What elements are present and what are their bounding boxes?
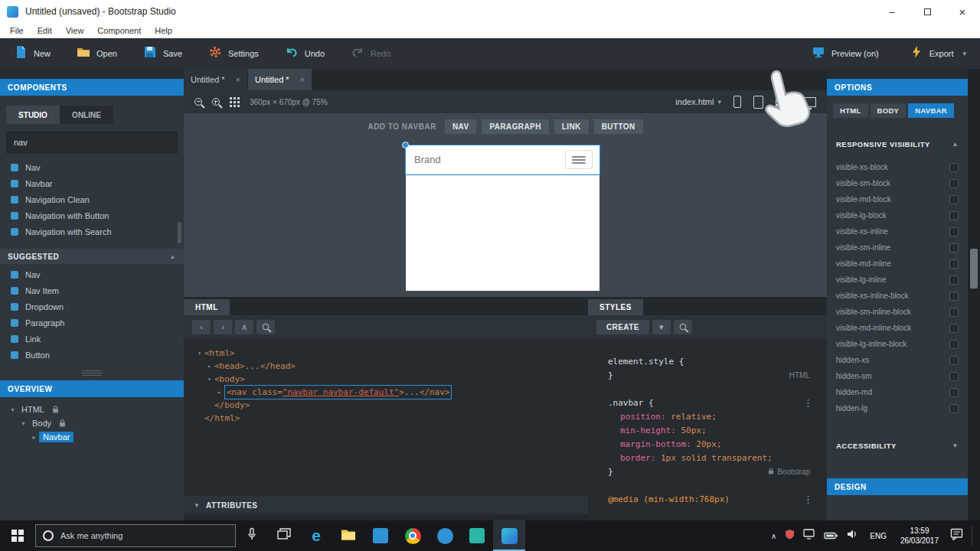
tray-expand-icon[interactable]: ∧	[771, 532, 776, 540]
hamburger-toggle-button[interactable]	[565, 150, 593, 169]
taskbar-search-input[interactable]	[60, 531, 198, 540]
laptop-viewport-icon[interactable]	[776, 98, 789, 106]
mic-button[interactable]	[236, 520, 268, 551]
menu-item[interactable]: Component	[90, 23, 148, 38]
tree-arrow-icon[interactable]: ▾	[204, 373, 214, 386]
suggested-list-item[interactable]: Nav Item	[0, 282, 184, 298]
visibility-checkbox[interactable]	[949, 404, 959, 413]
new-button[interactable]: New	[14, 45, 51, 62]
tree-arrow-icon[interactable]: ▸	[214, 386, 224, 399]
css-property-line[interactable]: min-height: 50px;	[608, 424, 827, 438]
quick-add-button[interactable]: BUTTON	[594, 119, 643, 134]
quick-add-button[interactable]: PARAGRAPH	[482, 119, 548, 134]
tree-arrow-icon[interactable]: ▾	[194, 347, 204, 360]
kebab-menu-icon[interactable]: ⋮	[803, 396, 813, 410]
visibility-checkbox[interactable]	[949, 211, 959, 220]
quick-add-button[interactable]: LINK	[554, 119, 589, 134]
file-explorer-button[interactable]	[332, 520, 364, 551]
css-property-line[interactable]: position: relative;	[608, 410, 827, 424]
tab-close-icon[interactable]: ×	[300, 75, 305, 84]
html-panel-tab[interactable]: HTML	[184, 299, 230, 315]
css-rule-block[interactable]: @media (min-width:768px)⋮	[588, 493, 827, 507]
visibility-checkbox[interactable]	[949, 163, 959, 172]
close-button[interactable]: ×	[945, 0, 980, 23]
export-button[interactable]: Export ▾	[910, 45, 966, 62]
undo-button[interactable]: Undo	[285, 45, 325, 62]
minimize-button[interactable]: –	[874, 0, 910, 23]
chrome-button[interactable]	[397, 520, 429, 551]
visibility-checkbox[interactable]	[949, 195, 959, 204]
css-media-query[interactable]: @media (min-width:768px)	[608, 494, 730, 504]
start-button[interactable]	[0, 520, 35, 551]
page-preview[interactable]: Brand	[406, 145, 599, 291]
suggested-list-item[interactable]: Nav	[0, 266, 184, 282]
maximize-button[interactable]	[910, 0, 945, 23]
visibility-checkbox[interactable]	[949, 388, 959, 397]
components-search-input[interactable]	[6, 132, 178, 153]
app-button-1[interactable]	[364, 520, 397, 551]
taskbar-clock[interactable]: 13:59 26/03/2017	[897, 526, 942, 546]
visibility-checkbox[interactable]	[949, 292, 959, 301]
html-tree-line[interactable]: ▾<html>	[184, 347, 588, 360]
styles-panel-tab[interactable]: STYLES	[588, 299, 643, 315]
css-rule-block[interactable]: element.style {}HTML	[588, 355, 827, 383]
css-property-line[interactable]: border: 1px solid transparent;	[608, 452, 827, 465]
components-scrollbar-thumb[interactable]	[178, 222, 181, 243]
back-button[interactable]: ‹	[192, 320, 211, 334]
html-tree-line[interactable]: ▸<head>...</head>	[184, 360, 588, 373]
selected-code-node[interactable]: <nav class="navbar navbar-default">...</…	[224, 385, 452, 399]
code-node[interactable]: <html>	[204, 347, 235, 360]
menu-item[interactable]: Help	[148, 23, 179, 38]
overview-node[interactable]: ▾ Body	[0, 416, 184, 430]
suggested-section-header[interactable]: SUGGESTED ▲	[0, 249, 184, 264]
html-tree-line[interactable]: </body>	[184, 399, 588, 412]
suggested-list-item[interactable]: Button	[0, 347, 184, 363]
monitor-tray-icon[interactable]	[803, 529, 815, 543]
file-selector[interactable]: index.html ▾	[675, 97, 721, 106]
task-view-button[interactable]	[268, 520, 300, 551]
menu-item[interactable]: File	[3, 23, 31, 38]
tree-arrow-icon[interactable]: ▾	[8, 406, 18, 413]
component-list-item[interactable]: Nav	[0, 159, 184, 175]
redo-button[interactable]: Redo	[351, 45, 390, 62]
visibility-checkbox[interactable]	[949, 356, 959, 365]
selection-handle[interactable]	[402, 142, 409, 148]
create-options-button[interactable]: ▾	[652, 320, 671, 334]
code-node[interactable]: <body>	[214, 373, 245, 386]
editor-tab[interactable]: Untitled * ×	[248, 69, 312, 90]
overview-node[interactable]: ▸ Navbar	[0, 430, 184, 444]
preview-button[interactable]: Preview (on)	[812, 45, 879, 62]
navbar-component[interactable]: Brand	[406, 145, 599, 174]
app-button-3[interactable]	[461, 520, 493, 551]
tab-close-icon[interactable]: ×	[236, 75, 240, 84]
design-canvas[interactable]: ADD TO NAVBAR NAVPARAGRAPHLINKBUTTON Bra…	[184, 113, 827, 297]
suggested-list-item[interactable]: Paragraph	[0, 315, 184, 331]
zoom-out-icon[interactable]	[194, 98, 202, 106]
accessibility-header[interactable]: ACCESSIBILITY ▼	[827, 438, 968, 453]
code-node[interactable]: </body>	[214, 399, 250, 412]
html-tree-line[interactable]: ▾<body>	[184, 373, 588, 386]
components-tab[interactable]: STUDIO	[6, 106, 60, 124]
html-search-button[interactable]	[256, 320, 275, 334]
forward-button[interactable]: ›	[214, 320, 232, 334]
visibility-checkbox[interactable]	[949, 372, 959, 381]
phone-viewport-icon[interactable]	[733, 96, 741, 108]
tree-arrow-icon[interactable]: ▾	[18, 420, 28, 427]
code-node[interactable]: <head>...</head>	[214, 360, 296, 373]
cortana-search[interactable]	[35, 524, 236, 547]
edge-button[interactable]: e	[300, 520, 332, 551]
visibility-checkbox[interactable]	[949, 308, 959, 317]
suggested-list-item[interactable]: Dropdown	[0, 298, 184, 315]
visibility-checkbox[interactable]	[949, 324, 959, 333]
components-tab[interactable]: ONLINE	[60, 106, 113, 124]
options-tab[interactable]: NAVBAR	[908, 103, 954, 118]
volume-icon[interactable]	[847, 529, 859, 543]
notification-center-icon[interactable]	[950, 528, 963, 543]
collapse-up-icon[interactable]: ▲	[170, 253, 176, 260]
tablet-viewport-icon[interactable]	[753, 96, 763, 109]
grid-toggle-icon[interactable]	[230, 97, 232, 99]
show-desktop-button[interactable]	[972, 526, 975, 546]
responsive-visibility-header[interactable]: RESPONSIVE VISIBILITY ▲	[827, 136, 968, 152]
attributes-bar[interactable]: ▼ ATTRIBUTES	[184, 496, 588, 514]
component-list-item[interactable]: Navigation Clean	[0, 191, 184, 207]
